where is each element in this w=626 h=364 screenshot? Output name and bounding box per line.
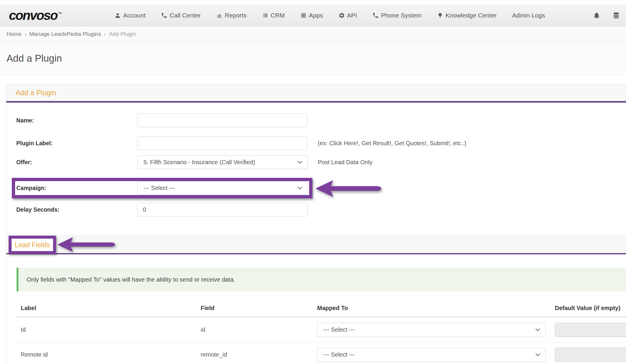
row-field: id (197, 326, 313, 333)
nav-item-label: CRM (271, 12, 285, 19)
phone-icon (372, 12, 379, 19)
form-row-offer: Offer: 5. Fifth Scenario - Insurance (Ca… (6, 155, 626, 169)
chevron-down-icon (536, 327, 540, 331)
nav-item-label: Apps (309, 12, 323, 19)
campaign-label: Campaign: (6, 185, 137, 191)
panel-title: Add a Plugin (16, 89, 56, 97)
breadcrumb: Home › Manage LeadsPedia Plugins › Add P… (0, 26, 626, 42)
nav-item-apps[interactable]: Apps (300, 12, 323, 19)
nav-item-label: Account (123, 12, 146, 19)
list-icon (262, 12, 269, 19)
name-label: Name: (6, 117, 137, 124)
page-title: Add a Plugin (7, 53, 62, 64)
nav-item-knowledge-center[interactable]: Knowledge Center (437, 12, 497, 19)
offer-label: Offer: (6, 159, 137, 166)
lead-fields-body: Only fields with "Mapped To" values will… (6, 254, 626, 364)
offer-select[interactable]: 5. Fifth Scenario - Insurance (Call Veri… (137, 155, 308, 169)
plugin-label-hint: (ex: Click Here!, Get Result!, Get Quote… (308, 140, 626, 147)
table-row: Remote id remote_id --- Select --- (17, 342, 626, 364)
trademark: ™ (58, 12, 62, 16)
nav-item-label: Call Center (170, 12, 201, 19)
logo-text: convoso (9, 8, 57, 23)
campaign-arrow (315, 179, 383, 198)
nav-item-crm[interactable]: CRM (262, 12, 285, 19)
add-plugin-form: Name: Plugin Label: (ex: Click Here!, Ge… (6, 103, 626, 234)
gear-icon (338, 12, 345, 19)
mapped-to-select-id[interactable]: --- Select --- (317, 323, 546, 337)
delay-seconds-label: Delay Seconds: (6, 206, 137, 213)
lead-fields-table: Label Field Mapped To Default Value (if … (17, 300, 626, 364)
table-header-row: Label Field Mapped To Default Value (if … (17, 300, 626, 317)
user-icon (114, 12, 121, 19)
offer-selected-value: 5. Fifth Scenario - Insurance (Call Veri… (143, 159, 255, 166)
info-message: Only fields with "Mapped To" values will… (18, 276, 235, 283)
name-input[interactable] (137, 114, 308, 127)
delay-seconds-input[interactable] (137, 203, 308, 216)
header-field: Field (197, 305, 313, 312)
page-title-area: Add a Plugin (0, 42, 626, 75)
nav-item-call-center[interactable]: Call Center (161, 12, 201, 19)
row-label: Remote id (17, 351, 197, 358)
mapped-to-select-remote-id[interactable]: --- Select --- (317, 348, 546, 362)
add-plugin-panel: Add a Plugin Name: Plugin Label: (ex: Cl… (6, 84, 626, 364)
nav-item-label: Admin Logs (512, 12, 545, 19)
default-value-input-remote-id[interactable] (555, 348, 626, 362)
nav-item-label: Knowledge Center (445, 12, 497, 19)
mapped-to-selected-value: --- Select --- (323, 351, 355, 358)
nav-right-icons (593, 12, 620, 19)
header-default-value: Default Value (if empty) (551, 305, 626, 312)
nav-item-admin-logs[interactable]: Admin Logs (512, 12, 545, 19)
nav-item-label: Reports (225, 12, 247, 19)
campaign-selected-value: --- Select --- (143, 185, 175, 191)
header-mapped-to: Mapped To (313, 305, 551, 312)
nav-item-account[interactable]: Account (114, 12, 146, 19)
lightbulb-icon (437, 12, 443, 19)
table-row: Id id --- Select --- (17, 317, 626, 342)
bar-chart-icon (216, 12, 223, 19)
breadcrumb-manage-plugins[interactable]: Manage LeadsPedia Plugins (29, 31, 101, 37)
info-message-box: Only fields with "Mapped To" values will… (17, 268, 626, 291)
nav-item-phone-system[interactable]: Phone System (372, 12, 421, 19)
panel-header: Add a Plugin (6, 84, 626, 103)
nav-item-label: API (347, 12, 357, 19)
plugin-label-input[interactable] (137, 136, 308, 150)
default-value-input-id[interactable] (555, 323, 626, 337)
mapped-to-selected-value: --- Select --- (323, 326, 355, 333)
lead-fields-arrow (57, 236, 116, 253)
form-row-plugin-label: Plugin Label: (ex: Click Here!, Get Resu… (6, 136, 626, 150)
form-row-campaign: Campaign: --- Select --- (6, 181, 626, 195)
chevron-down-icon (536, 352, 540, 356)
campaign-select[interactable]: --- Select --- (137, 181, 308, 195)
form-row-delay-seconds: Delay Seconds: (6, 203, 626, 234)
convoso-logo[interactable]: convoso™ (9, 8, 62, 23)
lead-fields-section-header: Lead Fields (6, 234, 626, 254)
database-icon[interactable] (612, 12, 620, 19)
breadcrumb-home[interactable]: Home (7, 31, 22, 37)
nav-menu: Account Call Center Reports CRM Apps API… (114, 12, 545, 19)
lead-fields-title: Lead Fields (15, 241, 50, 249)
grid-icon (300, 12, 307, 19)
header-label: Label (17, 305, 197, 312)
form-row-name: Name: (6, 114, 626, 127)
phone-icon (161, 12, 167, 19)
bell-icon[interactable] (593, 12, 601, 19)
nav-item-label: Phone System (381, 12, 421, 19)
top-navbar: convoso™ Account Call Center Reports CRM… (0, 4, 626, 26)
row-label: Id (17, 326, 197, 333)
offer-hint: Post Lead Data Only (308, 159, 626, 166)
breadcrumb-separator: › (104, 31, 106, 37)
nav-item-reports[interactable]: Reports (216, 12, 247, 19)
chevron-down-icon (298, 159, 302, 164)
plugin-label-label: Plugin Label: (6, 140, 137, 147)
breadcrumb-current: Add Plugin (109, 31, 136, 37)
nav-item-api[interactable]: API (338, 12, 357, 19)
row-field: remote_id (197, 351, 313, 358)
breadcrumb-separator: › (25, 31, 26, 37)
top-strip (0, 0, 626, 4)
lead-fields-highlight-box: Lead Fields (9, 236, 56, 254)
chevron-down-icon (298, 185, 302, 189)
